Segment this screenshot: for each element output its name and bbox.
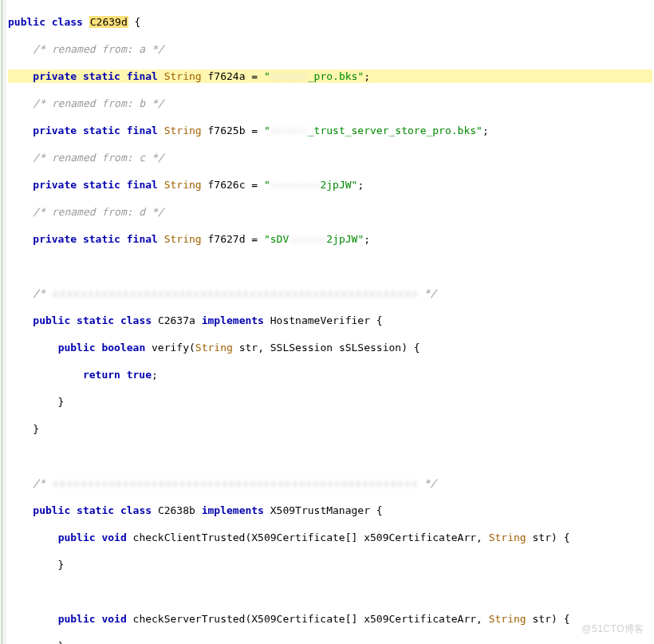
comment-renamed-b: /* renamed from: b */ [33, 97, 164, 109]
id: x509CertificateArr [364, 613, 476, 625]
kw: return [83, 369, 120, 381]
comment-renamed-a: /* renamed from: a */ [33, 43, 164, 55]
fn-verify: verify [152, 342, 189, 354]
lit-jpjw2: 2jpJW [326, 233, 357, 245]
kw-public: public [8, 16, 45, 28]
kw-final: final [127, 70, 158, 82]
kw: public [58, 531, 96, 543]
id: sSLSession [339, 342, 401, 354]
kw: boolean [101, 342, 145, 354]
kw: void [101, 613, 126, 625]
comment-smudged-2: /* xxxxxxxxxxxxxxxxxxxxxxxxxxxxxxxxxxxxx… [33, 477, 436, 489]
id: x509CertificateArr [364, 531, 476, 543]
ty: String [195, 342, 233, 354]
kw: class [120, 314, 152, 326]
kw: public [58, 613, 96, 625]
kw: static [77, 504, 114, 516]
ty: String [489, 531, 526, 543]
kw: static [83, 179, 120, 191]
field-f7627d: f7627d [208, 233, 246, 245]
watermark: @51CTO博客 [581, 622, 644, 636]
kw-private: private [33, 70, 77, 82]
lit-sdv: sDV [270, 233, 289, 245]
kw: static [83, 124, 120, 136]
lit-jpjw: 2jpJW [320, 179, 351, 191]
code-block: public class C2639d { /* renamed from: a… [8, 2, 652, 644]
kw: implements [202, 314, 264, 326]
kw: static [77, 314, 114, 326]
kw: public [33, 314, 70, 326]
kw: true [127, 369, 152, 381]
id: str [533, 613, 551, 625]
comment-smudged-1: /* xxxxxxxxxxxxxxxxxxxxxxxxxxxxxxxxxxxxx… [33, 287, 436, 299]
class-C2637a: C2637a [158, 314, 195, 326]
comment-renamed-d: /* renamed from: d */ [33, 206, 164, 218]
class-name-highlight: C2639d [89, 16, 128, 28]
ty: SSLSession [270, 342, 333, 354]
kw: class [120, 504, 152, 516]
kw-static: static [83, 70, 120, 82]
kw: static [83, 233, 120, 245]
field-f7625b: f7625b [208, 124, 246, 136]
fn-cst: checkServerTrusted [133, 613, 246, 625]
kw: void [101, 531, 126, 543]
kw: final [127, 124, 158, 136]
ty-hv: HostnameVerifier [270, 314, 370, 326]
ty: String [164, 179, 202, 191]
kw: final [127, 179, 158, 191]
kw: public [58, 342, 96, 354]
kw: private [33, 233, 77, 245]
type-string: String [164, 70, 202, 82]
kw-class: class [52, 16, 83, 28]
ty: String [164, 233, 202, 245]
fold-bar [2, 0, 2, 644]
lit-pro-bks: _pro.bks [308, 70, 358, 82]
class-C2638b: C2638b [158, 504, 195, 516]
kw: private [33, 124, 77, 136]
code-viewer: public class C2639d { /* renamed from: a… [0, 0, 654, 644]
field-f7624a-line: private static final String f7624a = "xx… [8, 69, 652, 83]
kw: private [33, 179, 77, 191]
lit-trust-store: _trust_server_store_pro.bks [308, 124, 476, 136]
ty-x509tm: X509TrustManager [270, 504, 370, 516]
ty: String [164, 124, 202, 136]
comment-renamed-c: /* renamed from: c */ [33, 152, 164, 164]
field-f7626c: f7626c [208, 179, 246, 191]
ty: X509Certificate [251, 613, 345, 625]
ty: String [489, 613, 526, 625]
id: str [533, 531, 551, 543]
field-f7624a: f7624a [208, 70, 246, 82]
ty: X509Certificate [251, 531, 345, 543]
kw: public [33, 504, 70, 516]
id: str [239, 342, 258, 354]
kw: final [127, 233, 158, 245]
fn-cct: checkClientTrusted [133, 531, 246, 543]
kw: implements [202, 504, 264, 516]
